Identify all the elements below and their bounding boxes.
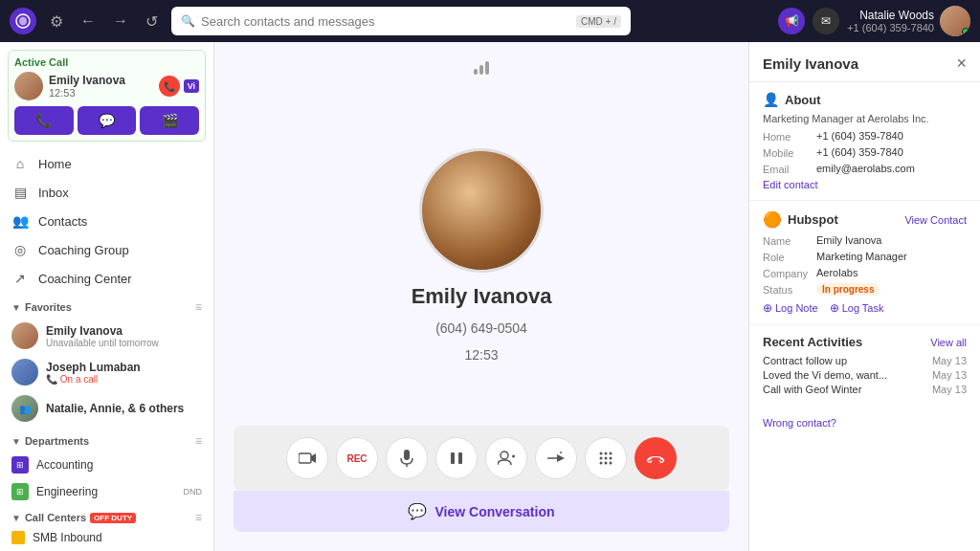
video-button[interactable]: 🎬 — [140, 106, 199, 135]
center-panel: Emily Ivanova (604) 649-0504 12:53 REC — [214, 42, 748, 551]
right-panel-title: Emily Ivanova — [763, 55, 858, 72]
svg-point-14 — [605, 452, 608, 455]
end-call-button[interactable]: 📞 — [159, 76, 180, 97]
svg-rect-1 — [299, 453, 311, 463]
home-icon: ⌂ — [11, 156, 29, 171]
recent-activities-header: Recent Activities View all — [763, 335, 967, 349]
phone-keypad-button[interactable] — [585, 437, 627, 479]
wrong-contact-link[interactable]: Wrong contact? — [763, 417, 836, 429]
transfer-button[interactable] — [535, 437, 577, 479]
hs-actions: ⊕ Log Note ⊕ Log Task — [763, 301, 967, 315]
svg-point-7 — [501, 452, 508, 459]
hs-role-value: Marketing Manager — [816, 251, 907, 262]
callcenters-chevron: ▼ — [11, 513, 21, 523]
sidebar-item-coaching-center[interactable]: ↗ Coaching Center — [0, 264, 213, 293]
sidebar-item-coaching-group[interactable]: ◎ Coaching Group — [0, 235, 213, 264]
record-button[interactable]: REC — [336, 437, 378, 479]
phone-button[interactable]: 📞 — [14, 106, 74, 135]
log-task-button[interactable]: ⊕ Log Task — [830, 301, 884, 315]
activity-item-0[interactable]: Contract follow up May 13 — [763, 355, 967, 366]
recent-activities-section: Recent Activities View all Contract foll… — [749, 325, 980, 408]
favorites-drag-icon: ≡ — [195, 300, 202, 314]
hs-name-field: Name Emily Ivanova — [763, 234, 967, 247]
user-avatar[interactable] — [940, 6, 970, 36]
right-panel-close-button[interactable]: × — [956, 54, 967, 74]
view-contact-link[interactable]: View Contact — [904, 214, 967, 226]
coaching-center-icon: ↗ — [11, 271, 29, 286]
activity-item-2[interactable]: Call with Geof Winter May 13 — [763, 384, 967, 395]
edit-contact-link[interactable]: Edit contact — [763, 179, 967, 190]
departments-title[interactable]: ▼ Departments — [11, 435, 89, 447]
sms-button[interactable]: 💬 — [78, 106, 137, 135]
contact-photo — [419, 148, 544, 273]
about-section: 👤 About Marketing Manager at Aerolabs In… — [749, 82, 980, 201]
forward-icon[interactable]: → — [109, 9, 132, 33]
dept-item-engineering[interactable]: ⊞ Engineering DND — [0, 478, 213, 505]
refresh-icon[interactable]: ↺ — [142, 9, 162, 34]
sidebar-item-inbox[interactable]: ▤ Inbox — [0, 178, 213, 207]
callcenters-title[interactable]: ▼ Call Centers OFF DUTY — [11, 512, 136, 523]
sidebar-item-home[interactable]: ⌂ Home — [0, 149, 213, 178]
end-active-call-button[interactable] — [635, 437, 677, 479]
log-note-plus-icon: ⊕ — [763, 301, 772, 315]
contact-photo-inner — [422, 151, 541, 270]
coaching-group-label: Coaching Group — [38, 243, 129, 257]
hubspot-icon: 🟠 — [763, 210, 782, 229]
center-contact-info: Emily Ivanova (604) 649-0504 12:53 — [412, 84, 552, 426]
svg-point-15 — [610, 452, 612, 455]
fav-item-group[interactable]: 👥 Natalie, Annie, & 6 others — [0, 390, 213, 427]
fav-info-emily: Emily Ivanova Unavailable until tomorrow — [46, 324, 202, 348]
settings-icon[interactable]: ⚙ — [46, 9, 67, 34]
person-icon: 👤 — [763, 92, 779, 107]
sidebar-item-contacts[interactable]: 👥 Contacts — [0, 207, 213, 235]
back-icon[interactable]: ← — [77, 9, 100, 33]
hold-button[interactable] — [435, 437, 478, 479]
svg-point-21 — [610, 462, 612, 465]
topbar-right: 📢 ✉ Natalie Woods +1 (604) 359-7840 — [778, 6, 970, 36]
call-bottom: REC — [234, 426, 729, 532]
view-all-link[interactable]: View all — [930, 337, 967, 348]
accounting-icon: ⊞ — [11, 456, 29, 474]
view-conversation-bar[interactable]: 💬 View Conversation — [234, 491, 729, 532]
svg-point-18 — [610, 457, 612, 460]
fav-item-emily[interactable]: Emily Ivanova Unavailable until tomorrow — [0, 318, 213, 354]
hs-status-label: Status — [763, 284, 811, 296]
notifications-button[interactable]: 📢 — [778, 8, 805, 34]
cc-item-smb[interactable]: SMB Inbound — [0, 527, 213, 548]
vi-badge: Vi — [184, 79, 199, 93]
contacts-label: Contacts — [38, 214, 87, 229]
fav-item-joseph[interactable]: Joseph Lumaban 📞 On a call — [0, 354, 213, 390]
add-contact-button[interactable] — [485, 437, 527, 479]
mute-button[interactable] — [386, 437, 428, 479]
email-label: Email — [763, 164, 811, 175]
active-call-name: Emily Ivanova — [49, 74, 153, 87]
wrong-contact-section: Wrong contact? — [749, 408, 980, 440]
view-conversation-icon: 💬 — [408, 502, 427, 520]
dept-item-accounting[interactable]: ⊞ Accounting — [0, 452, 213, 478]
contacts-icon: 👥 — [11, 213, 29, 229]
call-action-row: REC — [234, 426, 729, 491]
hs-role-field: Role Marketing Manager — [763, 251, 967, 263]
about-label: About — [785, 93, 821, 107]
favorites-title[interactable]: ▼ Favorites — [11, 301, 72, 313]
messages-button[interactable]: ✉ — [813, 8, 839, 34]
coaching-center-label: Coaching Center — [38, 272, 132, 286]
svg-rect-3 — [404, 450, 410, 460]
view-conversation-label: View Conversation — [434, 504, 554, 519]
search-bar[interactable]: 🔍 CMD + / — [171, 7, 631, 35]
activity-label-2: Call with Geof Winter — [763, 384, 861, 395]
active-call-timer: 12:53 — [49, 87, 153, 99]
camera-button[interactable] — [286, 437, 328, 479]
departments-drag-icon: ≡ — [195, 434, 202, 448]
departments-section-header: ▼ Departments ≡ — [0, 427, 213, 452]
search-input[interactable] — [201, 14, 570, 29]
right-panel: Emily Ivanova × 👤 About Marketing Manage… — [748, 42, 980, 551]
activity-date-0: May 13 — [932, 355, 967, 366]
activity-item-1[interactable]: Loved the Vi demo, want... May 13 — [763, 369, 967, 381]
fav-info-joseph: Joseph Lumaban 📞 On a call — [46, 361, 202, 385]
signal-indicator — [474, 61, 489, 75]
fav-name-joseph: Joseph Lumaban — [46, 361, 202, 374]
email-value: emily@aerolabs.com — [816, 163, 915, 174]
svg-rect-5 — [451, 452, 455, 464]
log-note-button[interactable]: ⊕ Log Note — [763, 301, 818, 315]
